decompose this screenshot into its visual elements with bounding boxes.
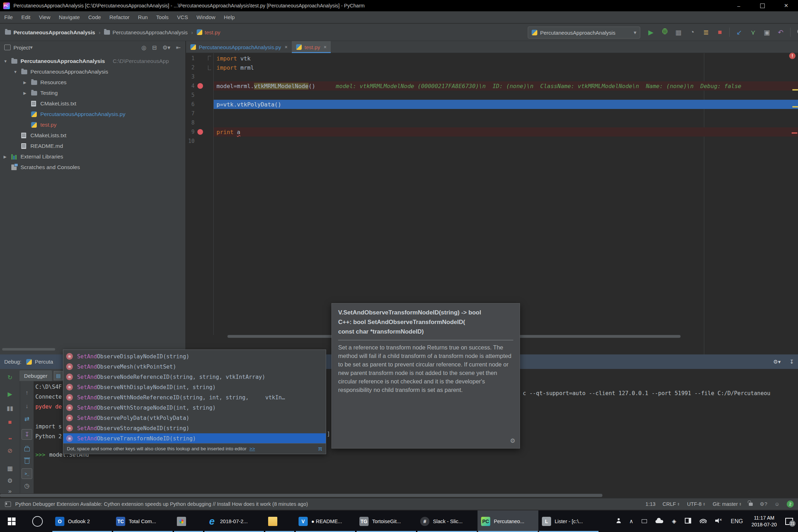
autocomplete-item[interactable]: mSetAndObservePolyData(vtkPolyData) bbox=[63, 413, 326, 423]
taskbar-item-pycharm[interactable]: PCPercutaneo... bbox=[478, 510, 538, 532]
profiler-button[interactable]: ◔ bbox=[688, 28, 696, 36]
taskbar-item-explorer[interactable] bbox=[265, 510, 295, 532]
resume-button[interactable]: ▶ bbox=[5, 389, 15, 399]
restore-layout-button[interactable]: ▦ bbox=[5, 463, 15, 473]
editor-tab-test-py[interactable]: test.py× bbox=[292, 41, 331, 53]
gear-icon[interactable]: ⚙▾ bbox=[773, 359, 781, 365]
breadcrumb-item[interactable]: PercutaneousApproachAnalysis bbox=[104, 29, 188, 35]
run-button[interactable]: ▶ bbox=[647, 28, 655, 36]
taskbar-item-vscode[interactable]: V● README... bbox=[295, 510, 356, 532]
tree-item-external-libraries[interactable]: ▶External Libraries bbox=[0, 151, 186, 162]
taskbar-item-total-commander[interactable]: TCTotal Com... bbox=[112, 510, 173, 532]
maximize-button[interactable] bbox=[751, 0, 774, 11]
snip-icon[interactable] bbox=[685, 518, 691, 525]
code-line-7[interactable] bbox=[214, 109, 798, 118]
taskbar-clock[interactable]: 11:17 AM2018-07-20 bbox=[751, 515, 777, 528]
taskbar-item-lister[interactable]: LLister - [c:\... bbox=[538, 510, 599, 532]
console-hscrollbar-thumb[interactable] bbox=[0, 494, 602, 497]
tab-console-icon[interactable]: ▤ bbox=[54, 371, 63, 380]
print-button[interactable] bbox=[22, 443, 32, 454]
fold-marker-icon[interactable] bbox=[208, 56, 211, 60]
autocomplete-item[interactable]: mSetAndObserveDisplayNodeID(string) bbox=[63, 351, 326, 362]
autocomplete-item[interactable]: mSetAndObserveTransformNodeID(string) bbox=[63, 433, 326, 444]
hidden-icons-icon[interactable]: ∧ bbox=[629, 518, 634, 525]
breakpoint-icon[interactable] bbox=[197, 83, 203, 89]
stop-button[interactable]: ■ bbox=[716, 28, 724, 36]
menu-item-help[interactable]: Help bbox=[220, 11, 239, 23]
tree-item-testing[interactable]: ▶Testing bbox=[0, 88, 186, 98]
wifi-icon[interactable] bbox=[700, 518, 707, 525]
run-with-coverage-button[interactable]: ▦ bbox=[674, 28, 683, 36]
taskbar-item-slack[interactable]: #Slack - Slic... bbox=[417, 510, 478, 532]
code-line-6[interactable]: p=vtk.vtkPolyData() bbox=[214, 100, 798, 109]
locate-icon[interactable]: ◎ bbox=[141, 44, 146, 51]
notifications-widget[interactable]: 2 bbox=[787, 501, 794, 508]
code-line-4[interactable]: model=mrml.vtkMRMLModelNode()model: vtkM… bbox=[214, 81, 798, 91]
onedrive-icon[interactable] bbox=[655, 518, 663, 525]
menu-item-refactor[interactable]: Refactor bbox=[105, 11, 134, 23]
stop-button[interactable]: ■ bbox=[5, 417, 15, 427]
tree-item-cmakelists-txt[interactable]: CMakeLists.txt bbox=[0, 130, 186, 141]
menu-item-navigate[interactable]: Navigate bbox=[54, 11, 84, 23]
editor-tab-PercutaneousApproachAnalysis-py[interactable]: PercutaneousApproachAnalysis.py× bbox=[186, 41, 292, 53]
breakpoint-icon[interactable] bbox=[197, 129, 203, 135]
menu-item-code[interactable]: Code bbox=[84, 11, 105, 23]
line-ending-widget[interactable]: CRLF⇕ bbox=[663, 501, 680, 507]
settings-icon[interactable]: ⚙▾ bbox=[162, 44, 170, 51]
show-console-button[interactable]: >_ bbox=[22, 468, 32, 479]
more-link[interactable]: >> bbox=[249, 446, 255, 451]
error-stripe-mark[interactable] bbox=[792, 132, 797, 134]
browse-history-button[interactable]: ◷ bbox=[22, 480, 32, 491]
search-everywhere-button[interactable] bbox=[796, 28, 798, 36]
autocomplete-item[interactable]: mSetAndObserveNodeReferenceID(string, st… bbox=[63, 372, 326, 382]
code-line-9[interactable]: print a bbox=[214, 127, 798, 137]
close-icon[interactable]: × bbox=[285, 44, 288, 50]
code-line-2[interactable]: import mrml bbox=[214, 63, 798, 72]
gear-icon[interactable]: ⚙ bbox=[510, 437, 515, 445]
debug-session-tab[interactable]: Percuta bbox=[35, 359, 53, 365]
action-center-icon[interactable]: 21 bbox=[785, 518, 793, 525]
view-breakpoints-button[interactable]: ●● bbox=[5, 434, 15, 444]
taskbar-item-tortoisegit[interactable]: TGTortoiseGit... bbox=[356, 510, 417, 532]
hide-panel-icon[interactable]: ↧ bbox=[790, 359, 794, 365]
cursor-position-widget[interactable]: 1:13 bbox=[646, 501, 655, 507]
language-icon[interactable]: ENG bbox=[731, 518, 743, 525]
menu-item-view[interactable]: View bbox=[35, 11, 54, 23]
rollback-button[interactable]: ↶ bbox=[776, 28, 785, 36]
start-button[interactable] bbox=[0, 510, 23, 532]
tree-item-percutaneousapproachanalysis[interactable]: ▼PercutaneousApproachAnalysis bbox=[0, 66, 186, 77]
pause-button[interactable]: ▮▮ bbox=[5, 403, 15, 413]
close-icon[interactable]: × bbox=[324, 44, 326, 50]
menu-item-edit[interactable]: Edit bbox=[17, 11, 35, 23]
taskbar-item-edge[interactable]: e2018-07-2... bbox=[204, 510, 265, 532]
settings-button[interactable]: ⚙ bbox=[5, 476, 15, 486]
dropbox-icon[interactable]: ◈ bbox=[672, 518, 676, 525]
code-line-5[interactable] bbox=[214, 91, 798, 100]
code-line-10[interactable] bbox=[214, 137, 798, 146]
collapse-all-icon[interactable]: ⊟ bbox=[152, 44, 157, 51]
autocomplete-item[interactable]: mSetAndObserveNthDisplayNodeID(int, stri… bbox=[63, 382, 326, 392]
tab-debugger[interactable]: Debugger bbox=[19, 370, 52, 381]
inspections-settings-widget[interactable]: ⚙? bbox=[760, 501, 767, 507]
autocomplete-item[interactable]: mSetAndObserveStorageNodeID(string) bbox=[63, 423, 326, 433]
tree-item-percutaneousapproachanalysis[interactable]: ▼PercutaneousApproachAnalysisC:\D\Percut… bbox=[0, 56, 186, 66]
tree-item-percutaneousapproachanalysis-py[interactable]: PercutaneousApproachAnalysis.py bbox=[0, 109, 186, 120]
error-stripe-mark[interactable] bbox=[792, 106, 798, 108]
event-log-icon[interactable] bbox=[5, 502, 11, 507]
code-line-3[interactable] bbox=[214, 72, 798, 81]
volume-muted-icon[interactable] bbox=[715, 518, 722, 525]
recent-changes-button[interactable]: ▣ bbox=[763, 28, 771, 36]
step-up-button[interactable]: ↑ bbox=[22, 388, 32, 398]
lock-widget[interactable] bbox=[749, 503, 753, 506]
vcs-commit-button[interactable]: ⋎ bbox=[749, 28, 757, 36]
step-down-button[interactable]: ↓ bbox=[22, 401, 32, 412]
fold-marker-icon[interactable] bbox=[208, 65, 211, 70]
encoding-widget[interactable]: UTF-8⇕ bbox=[687, 501, 705, 507]
update-project-button[interactable]: ↙ bbox=[735, 28, 744, 36]
error-stripe-mark[interactable] bbox=[792, 89, 798, 91]
autocomplete-item[interactable]: mSetAndObserveNthNodeReferenceID(string,… bbox=[63, 392, 326, 403]
debug-button[interactable] bbox=[660, 28, 669, 36]
compare-frames-button[interactable]: ⇄ bbox=[22, 414, 32, 424]
menu-item-tools[interactable]: Tools bbox=[152, 11, 173, 23]
cortana-button[interactable] bbox=[23, 510, 52, 532]
